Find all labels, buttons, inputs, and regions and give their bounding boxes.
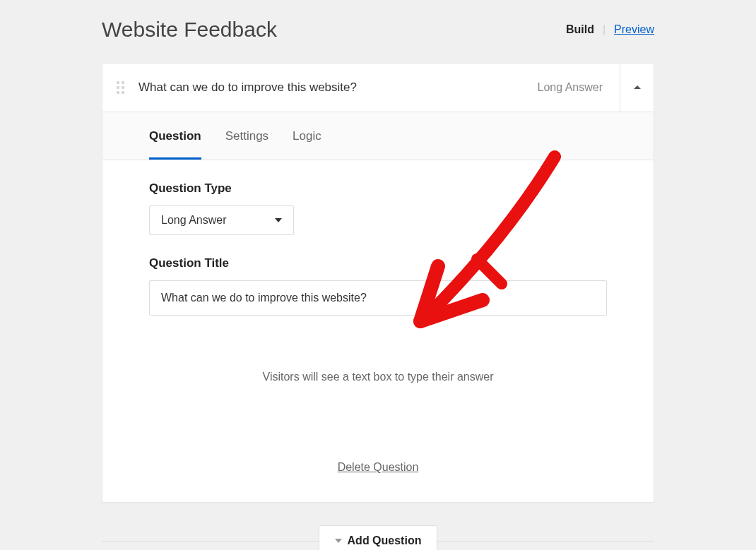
delete-question-link[interactable]: Delete Question bbox=[338, 461, 419, 473]
drag-handle-icon[interactable] bbox=[102, 81, 138, 94]
question-title-label: Question Title bbox=[149, 256, 607, 270]
add-question-label: Add Question bbox=[348, 534, 422, 547]
nav-build[interactable]: Build bbox=[566, 23, 594, 36]
question-header-type: Long Answer bbox=[537, 81, 620, 94]
header-nav: Build | Preview bbox=[566, 23, 654, 36]
tab-question[interactable]: Question bbox=[149, 112, 201, 160]
question-type-value: Long Answer bbox=[161, 214, 227, 227]
question-type-label: Question Type bbox=[149, 181, 607, 196]
tab-settings[interactable]: Settings bbox=[225, 112, 268, 160]
tab-logic[interactable]: Logic bbox=[293, 112, 321, 160]
chevron-down-icon bbox=[335, 539, 342, 543]
page-title: Website Feedback bbox=[102, 18, 277, 42]
collapse-button[interactable] bbox=[620, 64, 654, 112]
question-header-title: What can we do to improve this website? bbox=[138, 64, 537, 112]
chevron-up-icon bbox=[633, 85, 642, 90]
nav-preview[interactable]: Preview bbox=[614, 23, 654, 36]
question-card-body: Question Type Long Answer Question Title… bbox=[102, 160, 654, 502]
tabs: Question Settings Logic bbox=[102, 112, 654, 160]
question-type-select[interactable]: Long Answer bbox=[149, 205, 294, 235]
question-card: What can we do to improve this website? … bbox=[102, 63, 654, 503]
question-title-input[interactable] bbox=[149, 280, 607, 316]
chevron-down-icon bbox=[275, 218, 282, 222]
question-card-header: What can we do to improve this website? … bbox=[102, 64, 654, 112]
page-header: Website Feedback Build | Preview bbox=[102, 18, 654, 42]
delete-question-wrapper: Delete Question bbox=[149, 461, 607, 474]
helper-text: Visitors will see a text box to type the… bbox=[149, 371, 607, 383]
nav-separator: | bbox=[603, 23, 606, 36]
add-question-button[interactable]: Add Question bbox=[319, 525, 438, 550]
add-question-row: Add Question bbox=[102, 525, 654, 550]
